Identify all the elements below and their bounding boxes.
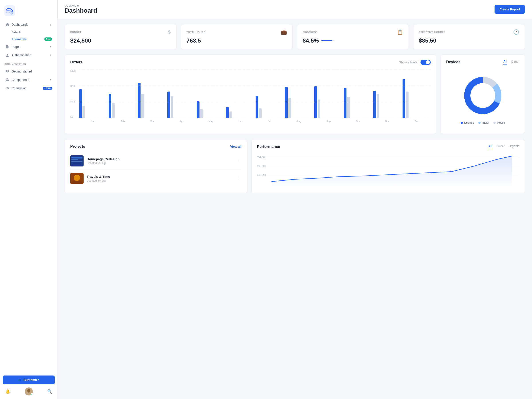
customize-button[interactable]: Customize [3,375,55,384]
bar-gray [406,92,409,118]
bar-gray [259,108,262,118]
bell-icon[interactable]: 🔔 [5,389,10,394]
svg-rect-9 [71,157,82,158]
donut-chart [461,73,505,118]
sidebar-item-pages[interactable]: Pages ▼ [3,43,55,51]
search-icon[interactable]: 🔍 [47,389,52,394]
bar-group [109,94,137,118]
sidebar-user-area: 🔔 🔍 [3,384,55,395]
chevron-down-icon-comp: ▼ [50,78,52,81]
project-homepage-info: Homepage Redesign Updated 5hr ago [87,157,234,165]
y-label-0k: $0k [70,115,76,118]
stats-row: BUDGET $ $24,500 TOTAL HOURS 💼 763.5 PRO… [65,24,525,49]
projects-title: Projects [70,144,85,149]
project-travels-thumb [70,173,83,184]
svg-rect-11 [71,161,82,162]
file-icon [5,45,9,49]
page-title: Dashboard [65,7,97,14]
y-label-30k: $30k [70,69,76,72]
devices-chart-card: Devices All Direct [441,55,525,134]
sidebar-getting-started-label: Getting started [12,70,32,73]
perf-tab-organic[interactable]: Organic [508,144,519,149]
sidebar-item-dashboards[interactable]: Dashboards ▲ [3,20,55,29]
online-indicator [31,393,33,395]
sidebar-item-changelog[interactable]: Changelog v1.3.0 [3,84,55,92]
svg-rect-8 [70,155,83,166]
sidebar-item-alternative[interactable]: Alternative New [3,36,55,43]
project-homepage-name: Homepage Redesign [87,157,234,161]
briefcase-icon: 💼 [281,29,287,35]
project-homepage-thumb [70,155,83,166]
clipboard-icon: 📋 [397,29,403,35]
bar-group [344,88,372,118]
bar-blue [167,92,170,118]
sidebar-pages-label: Pages [12,45,20,49]
line-chart: $40k $30k $20k [257,153,519,188]
brand-logo [4,5,15,16]
progress-value: 84.5% [303,37,319,44]
bar-group [167,92,196,118]
progress-bar-fill [321,40,332,41]
x-label: May [197,120,225,123]
bar-gray [141,94,144,118]
performance-card: Performance All Direct Organic $40k [251,139,525,193]
bar-gray [112,103,115,118]
project-homepage-menu[interactable]: ⋮ [237,158,241,164]
affiliate-toggle[interactable] [420,60,431,65]
project-travels-menu[interactable]: ⋮ [237,176,241,181]
bar-group [138,83,166,118]
y-label-20k: $20k [70,85,76,87]
sidebar-item-default[interactable]: Default [3,29,55,36]
donut-container: Desktop Tablet Mobile [446,69,519,129]
project-homepage-updated: Updated 5hr ago [87,162,234,165]
homepage-thumb-image [70,155,83,166]
main-nav: Dashboards ▲ Default Alternative New Pag… [0,20,57,372]
bar-gray [82,106,85,118]
perf-tab-direct[interactable]: Direct [496,144,505,149]
sidebar: Dashboards ▲ Default Alternative New Pag… [0,0,58,399]
x-label: Jun [226,120,254,123]
git-icon [5,86,9,90]
create-report-button[interactable]: Create Report [494,5,525,14]
x-label: Jul [256,120,284,123]
overview-label: OVERVIEW [65,4,97,7]
bar-gray [229,112,232,118]
new-badge: New [44,38,52,41]
view-all-link[interactable]: View all [230,145,241,148]
sidebar-components-label: Components [12,78,29,82]
svg-text:$40k: $40k [257,156,266,158]
perf-tab-all[interactable]: All [488,144,493,149]
budget-label: BUDGET [70,31,81,33]
bar-group [314,86,342,118]
sidebar-item-authentication[interactable]: Authentication ▼ [3,51,55,59]
stat-progress: PROGRESS 📋 84.5% [297,24,409,49]
header-left: OVERVIEW Dashboard [65,4,97,14]
bar-blue [403,79,405,118]
project-travels-updated: Updated 3hr ago [87,179,234,182]
layers-icon [5,78,9,82]
bar-gray [318,100,320,118]
svg-text:$20k: $20k [257,174,266,176]
orders-chart-card: Orders Show affiliate: [65,55,436,134]
main-body: BUDGET $ $24,500 TOTAL HOURS 💼 763.5 PRO… [58,19,532,199]
x-label: Feb [109,120,137,123]
doc-section-label: DOCUMENTATION [3,59,55,67]
chevron-down-icon-auth: ▼ [50,54,52,57]
projects-card: Projects View all Homepage [65,139,247,193]
book-icon [5,69,9,73]
main-content: OVERVIEW Dashboard Create Report BUDGET … [58,0,532,399]
bar-gray [288,98,291,118]
user-avatar[interactable] [25,387,33,395]
x-label: Aug [285,120,313,123]
bar-group [197,101,225,118]
legend-tablet: Tablet [478,121,489,124]
devices-tab-direct[interactable]: Direct [511,60,519,64]
sidebar-item-components[interactable]: Components ▼ [3,76,55,84]
legend-tablet-label: Tablet [482,121,489,124]
svg-text:$30k: $30k [257,165,266,167]
devices-tab-all[interactable]: All [503,60,507,64]
sidebar-item-getting-started[interactable]: Getting started [3,67,55,76]
bar-gray [200,109,203,118]
clock-icon: 🕐 [513,29,519,35]
stat-total-hours: TOTAL HOURS 💼 763.5 [181,24,293,49]
